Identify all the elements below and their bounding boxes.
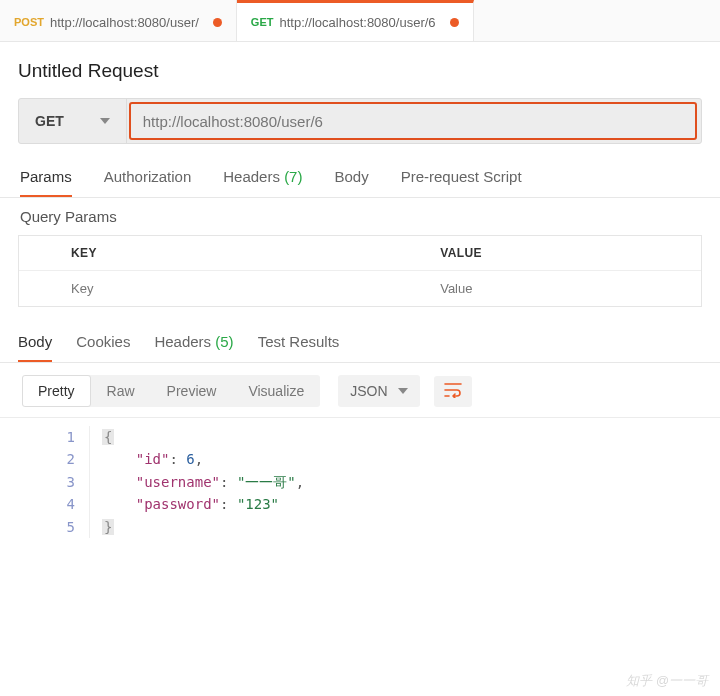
line-number: 2 [0, 448, 90, 470]
key-cell[interactable]: Key [19, 271, 428, 306]
col-value: VALUE [428, 236, 701, 270]
col-key: KEY [19, 236, 428, 270]
chevron-down-icon [100, 118, 110, 124]
tab-response-testresults[interactable]: Test Results [258, 333, 340, 362]
url-highlight-box [129, 102, 697, 140]
line-number: 1 [0, 426, 90, 448]
wrap-lines-button[interactable] [434, 376, 472, 407]
value-cell[interactable]: Value [428, 271, 701, 306]
dirty-dot-icon [213, 18, 222, 27]
method-select[interactable]: GET [19, 99, 127, 143]
code-content: { [90, 426, 114, 448]
tab-response-headers-count: (5) [215, 333, 233, 350]
tab-response-body[interactable]: Body [18, 333, 52, 362]
viewmode-raw[interactable]: Raw [91, 375, 151, 407]
viewmode-pretty[interactable]: Pretty [22, 375, 91, 407]
code-line: 5} [0, 516, 720, 538]
response-body-code[interactable]: 1{2 "id": 6,3 "username": "一一哥",4 "passw… [0, 418, 720, 550]
code-line: 1{ [0, 426, 720, 448]
code-line: 4 "password": "123" [0, 493, 720, 515]
line-number: 5 [0, 516, 90, 538]
code-line: 2 "id": 6, [0, 448, 720, 470]
response-view-toolbar: Pretty Raw Preview Visualize JSON [0, 363, 720, 417]
viewmode-visualize[interactable]: Visualize [232, 375, 320, 407]
tab-url: http://localhost:8080/user/6 [279, 15, 435, 30]
wrap-icon [444, 382, 462, 398]
url-bar: GET [18, 98, 702, 144]
code-content: } [90, 516, 114, 538]
tab-response-cookies[interactable]: Cookies [76, 333, 130, 362]
tab-response-headers[interactable]: Headers (5) [154, 333, 233, 362]
method-badge: GET [251, 16, 274, 28]
query-params-label: Query Params [0, 198, 720, 235]
response-tabs: Body Cookies Headers (5) Test Results [0, 325, 720, 363]
tab-params[interactable]: Params [20, 168, 72, 197]
tab-response-headers-label: Headers [154, 333, 211, 350]
tab-headers[interactable]: Headers (7) [223, 168, 302, 197]
query-params-table: KEY VALUE Key Value [18, 235, 702, 307]
tab-headers-label: Headers [223, 168, 280, 185]
line-number: 3 [0, 471, 90, 493]
tab-body[interactable]: Body [334, 168, 368, 197]
request-title[interactable]: Untitled Request [0, 42, 720, 92]
watermark: 知乎 @一一哥 [626, 672, 708, 690]
tab-authorization[interactable]: Authorization [104, 168, 192, 197]
code-line: 3 "username": "一一哥", [0, 471, 720, 493]
code-content: "username": "一一哥", [90, 471, 304, 493]
url-input[interactable] [131, 104, 695, 138]
code-content: "password": "123" [90, 493, 279, 515]
line-number: 4 [0, 493, 90, 515]
viewmode-group: Pretty Raw Preview Visualize [22, 375, 320, 407]
request-tab[interactable]: POST http://localhost:8080/user/ [0, 0, 237, 41]
request-tab[interactable]: GET http://localhost:8080/user/6 [237, 0, 474, 41]
tab-prerequest[interactable]: Pre-request Script [401, 168, 522, 197]
dirty-dot-icon [450, 18, 459, 27]
table-row[interactable]: Key Value [19, 271, 701, 306]
tab-headers-count: (7) [284, 168, 302, 185]
method-select-value: GET [35, 113, 64, 129]
request-subtabs: Params Authorization Headers (7) Body Pr… [0, 160, 720, 198]
request-tabs-bar: POST http://localhost:8080/user/ GET htt… [0, 0, 720, 42]
content-type-value: JSON [350, 383, 387, 399]
method-badge: POST [14, 16, 44, 28]
viewmode-preview[interactable]: Preview [151, 375, 233, 407]
tab-url: http://localhost:8080/user/ [50, 15, 199, 30]
content-type-select[interactable]: JSON [338, 375, 419, 407]
table-header-row: KEY VALUE [19, 236, 701, 271]
code-content: "id": 6, [90, 448, 203, 470]
chevron-down-icon [398, 388, 408, 394]
